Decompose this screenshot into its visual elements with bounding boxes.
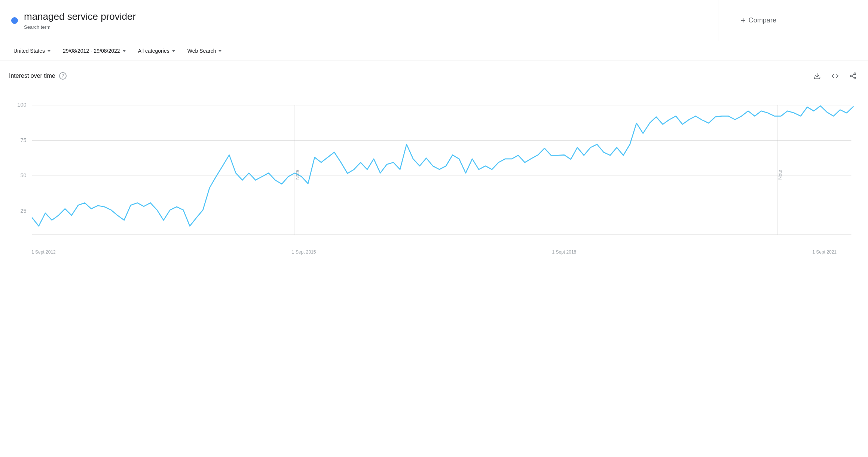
region-label: United States [13, 48, 45, 54]
plus-icon: + [741, 16, 746, 25]
embed-button[interactable] [829, 70, 841, 82]
compare-button[interactable]: + Compare [741, 16, 776, 25]
x-label-2015: 1 Sept 2015 [292, 249, 316, 255]
search-term-subtitle: Search term [24, 24, 136, 30]
header: managed service provider Search term + C… [0, 0, 868, 41]
svg-text:Note: Note [778, 170, 783, 180]
categories-chevron-icon [172, 50, 175, 52]
x-label-2021: 1 Sept 2021 [812, 249, 837, 255]
categories-filter[interactable]: All categories [134, 45, 180, 57]
search-type-chevron-icon [218, 50, 222, 52]
compare-label: Compare [749, 16, 776, 24]
x-label-2018: 1 Sept 2018 [552, 249, 577, 255]
search-type-filter[interactable]: Web Search [183, 45, 227, 57]
term-color-dot [11, 17, 18, 24]
share-icon [849, 72, 857, 80]
share-button[interactable] [847, 70, 859, 82]
embed-icon [831, 72, 839, 80]
compare-panel: + Compare [718, 0, 868, 41]
x-axis-labels: 1 Sept 2012 1 Sept 2015 1 Sept 2018 1 Se… [9, 246, 859, 255]
svg-line-4 [852, 76, 854, 77]
svg-text:50: 50 [20, 172, 26, 178]
date-label: 29/08/2012 - 29/08/2022 [63, 48, 120, 54]
search-term-title: managed service provider [24, 11, 136, 22]
download-button[interactable] [811, 70, 823, 82]
main-content: Interest over time ? [0, 61, 868, 255]
section-title: Interest over time [9, 73, 55, 79]
chart-container: 100 75 50 25 Note Note [9, 89, 859, 246]
download-icon [813, 72, 821, 80]
svg-line-5 [852, 74, 854, 75]
trend-line [32, 106, 853, 226]
date-filter[interactable]: 29/08/2012 - 29/08/2022 [58, 45, 131, 57]
date-chevron-icon [122, 50, 126, 52]
x-label-2012: 1 Sept 2012 [31, 249, 56, 255]
search-type-label: Web Search [187, 48, 216, 54]
svg-text:100: 100 [17, 102, 26, 108]
section-header: Interest over time ? [9, 70, 859, 82]
region-filter[interactable]: United States [9, 45, 55, 57]
categories-label: All categories [138, 48, 169, 54]
svg-text:25: 25 [20, 208, 26, 214]
help-icon[interactable]: ? [59, 72, 67, 80]
search-term-info: managed service provider Search term [24, 11, 136, 30]
search-term-panel: managed service provider Search term [0, 0, 718, 41]
region-chevron-icon [47, 50, 51, 52]
interest-chart: 100 75 50 25 Note Note [9, 89, 859, 246]
section-actions [811, 70, 859, 82]
svg-text:75: 75 [20, 137, 26, 143]
help-icon-label: ? [61, 73, 64, 79]
section-title-group: Interest over time ? [9, 72, 67, 80]
filters-bar: United States 29/08/2012 - 29/08/2022 Al… [0, 41, 868, 61]
